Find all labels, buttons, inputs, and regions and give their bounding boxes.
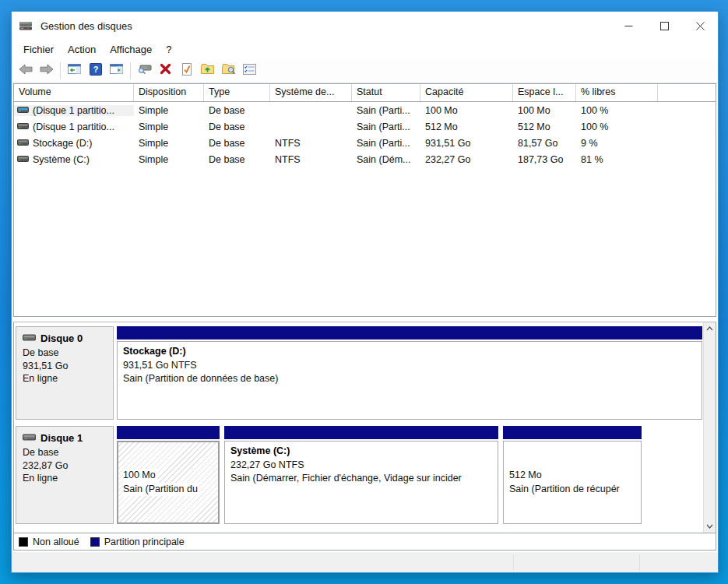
legend-label: Partition principale — [104, 537, 185, 547]
properties-list-icon — [243, 64, 256, 78]
volume-name-cell: (Disque 1 partitio... — [14, 121, 134, 132]
maximize-button[interactable] — [646, 12, 682, 40]
partition-info-line: Sain (Démarrer, Fichier d'échange, Vidag… — [230, 472, 492, 486]
volume-cell: 81 % — [576, 154, 658, 165]
volume-cell: De base — [204, 105, 270, 116]
pane-splitter[interactable] — [13, 317, 716, 322]
svg-text:?: ? — [93, 65, 98, 74]
volume-cell: 931,51 Go — [420, 138, 513, 149]
partition-body[interactable]: Système (C:)232,27 Go NTFSSain (Démarrer… — [224, 441, 498, 524]
folder-search-icon — [222, 64, 236, 78]
volume-icon — [17, 105, 29, 116]
legend-swatch — [90, 537, 100, 547]
disk-info-line: En ligne — [23, 472, 108, 485]
back-arrow-icon — [19, 64, 33, 78]
volumes-list-pane[interactable]: VolumeDispositionTypeSystème de...Statut… — [13, 83, 716, 317]
rescan-disk-icon — [138, 63, 152, 78]
legend-swatch — [19, 537, 28, 547]
column-header-3[interactable]: Type — [204, 84, 270, 101]
disk-header-1[interactable]: Disque 1De base232,87 GoEn ligne — [16, 426, 114, 524]
volumes-table-body: (Disque 1 partitio...SimpleDe baseSain (… — [14, 102, 716, 167]
menu-item-affichage[interactable]: Affichage — [103, 41, 159, 58]
forward-arrow-button[interactable] — [36, 61, 57, 81]
column-header-filler — [658, 84, 716, 101]
partition-info-line: 512 Mo — [509, 469, 635, 483]
column-header-2[interactable]: Disposition — [134, 84, 204, 101]
title-bar[interactable]: Gestion des disques — [12, 12, 718, 40]
partition-body[interactable]: 100 MoSain (Partition du — [117, 441, 220, 524]
column-header-7[interactable]: Espace l... — [513, 84, 576, 101]
disk-name: Disque 1 — [40, 432, 83, 444]
help-button[interactable]: ? — [85, 61, 106, 81]
delete-red-x-icon — [160, 63, 171, 78]
menu-bar: FichierActionAffichage? — [12, 40, 718, 58]
folder-search-button[interactable] — [218, 61, 239, 81]
partition-block[interactable]: 100 MoSain (Partition du — [117, 426, 220, 524]
volume-cell: Sain (Parti... — [352, 105, 420, 116]
column-header-4[interactable]: Système de... — [270, 84, 352, 101]
console-tree-button[interactable] — [64, 61, 85, 81]
scroll-up-icon[interactable] — [704, 322, 716, 335]
partition-info-line: Sain (Partition du — [123, 483, 199, 497]
disk-header-0[interactable]: Disque 0De base931,51 GoEn ligne — [16, 326, 114, 420]
partition-color-band — [503, 426, 642, 439]
check-document-icon — [181, 63, 192, 79]
legend-item: Partition principale — [90, 537, 185, 547]
column-header-1[interactable]: Volume — [14, 84, 134, 101]
volume-row[interactable]: Système (C:)SimpleDe baseNTFSSain (Dém..… — [14, 151, 716, 167]
volume-cell: De base — [204, 121, 270, 132]
volume-row[interactable]: Stockage (D:)SimpleDe baseNTFSSain (Part… — [14, 135, 716, 151]
partition-info-line: 232,27 Go NTFS — [230, 459, 492, 473]
volume-cell: 187,73 Go — [513, 154, 576, 165]
action-pane-icon — [110, 63, 123, 78]
volume-cell: Simple — [134, 105, 204, 116]
volume-cell: Sain (Dém... — [352, 154, 420, 165]
minimize-button[interactable] — [610, 12, 646, 40]
status-separator — [639, 554, 640, 570]
volume-cell: Simple — [134, 138, 204, 149]
volume-icon — [17, 121, 29, 132]
volume-name-cell: Stockage (D:) — [14, 138, 134, 149]
partition-body[interactable]: Stockage (D:)931,51 Go NTFSSain (Partiti… — [117, 341, 702, 420]
partition-body[interactable]: 512 MoSain (Partition de récupér — [503, 441, 642, 524]
close-button[interactable] — [682, 12, 718, 40]
back-arrow-button[interactable] — [15, 61, 36, 81]
volume-cell: 100 Mo — [420, 105, 513, 116]
disk-row-0: Disque 0De base931,51 GoEn ligneStockage… — [16, 326, 702, 420]
column-header-8[interactable]: % libres — [576, 84, 658, 101]
volume-cell: NTFS — [270, 154, 352, 165]
column-header-5[interactable]: Statut — [352, 84, 420, 101]
folder-up-icon — [201, 64, 214, 78]
scroll-down-icon[interactable] — [704, 520, 716, 533]
volumes-table-header: VolumeDispositionTypeSystème de...Statut… — [14, 84, 716, 102]
disk-info-line: 232,87 Go — [23, 459, 108, 473]
volume-row[interactable]: (Disque 1 partitio...SimpleDe baseSain (… — [14, 118, 716, 135]
check-document-button[interactable] — [176, 61, 197, 81]
partition-block[interactable]: Stockage (D:)931,51 Go NTFSSain (Partiti… — [117, 326, 702, 420]
vertical-scrollbar[interactable] — [703, 322, 716, 533]
volume-cell: 232,27 Go — [420, 154, 513, 165]
rescan-disk-button[interactable] — [134, 61, 155, 81]
volume-row[interactable]: (Disque 1 partitio...SimpleDe baseSain (… — [14, 102, 716, 118]
properties-list-button[interactable] — [239, 61, 260, 81]
menu-item-action[interactable]: Action — [61, 41, 103, 58]
partition-title: Stockage (D:) — [123, 345, 696, 359]
disk-row-1: Disque 1De base232,87 GoEn ligne100 MoSa… — [16, 426, 702, 524]
column-header-6[interactable]: Capacité — [420, 84, 513, 101]
disk-name: Disque 0 — [40, 332, 83, 344]
disk-partitions: Stockage (D:)931,51 Go NTFSSain (Partiti… — [117, 326, 702, 420]
volume-cell: 100 % — [576, 121, 658, 132]
volume-cell: Simple — [134, 154, 204, 165]
delete-red-x-button[interactable] — [155, 61, 176, 81]
folder-up-button[interactable] — [197, 61, 218, 81]
legend-bar: Non allouéPartition principale — [13, 533, 716, 551]
partition-block[interactable]: 512 MoSain (Partition de récupér — [503, 426, 642, 524]
partition-color-band — [117, 326, 702, 339]
disk-info-line: De base — [23, 347, 108, 360]
partition-block[interactable]: Système (C:)232,27 Go NTFSSain (Démarrer… — [224, 426, 498, 524]
volume-cell: 100 Mo — [513, 105, 576, 116]
action-pane-button[interactable] — [106, 61, 127, 81]
menu-item-aide[interactable]: ? — [159, 41, 178, 58]
partition-info-line: Sain (Partition de données de base) — [123, 372, 696, 386]
menu-item-fichier[interactable]: Fichier — [16, 41, 61, 58]
